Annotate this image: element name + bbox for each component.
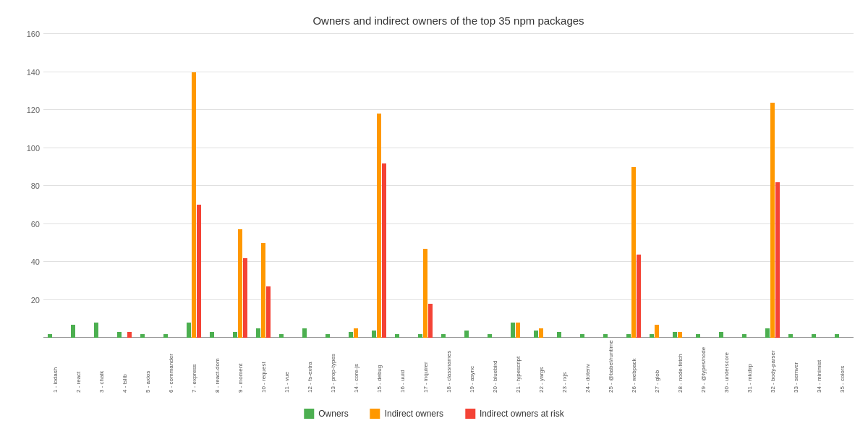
x-axis-label: 35 - colors (830, 338, 854, 396)
x-labels: 1 - lodash2 - react3 - chalk4 - tslib5 -… (43, 338, 854, 396)
bar-group (645, 325, 668, 338)
bar-group (529, 328, 553, 338)
legend: OwnersIndirect ownersIndirect owners at … (304, 409, 563, 419)
bar-indirect (539, 328, 543, 338)
bar-owners (71, 325, 75, 338)
x-axis-label: 25 - @babel/runtime (599, 338, 622, 396)
bar-group (761, 103, 784, 338)
y-axis-label: 40 (31, 257, 40, 266)
bar-indirect (516, 323, 520, 338)
bar-owners (673, 332, 677, 338)
bar-at-risk (382, 163, 386, 338)
bar-group (205, 332, 229, 338)
chart-container: Owners and indirect owners of the top 35… (0, 0, 868, 426)
bar-group (414, 249, 437, 338)
bar-group (90, 323, 113, 338)
bar-owners (94, 323, 98, 338)
bar-indirect (631, 167, 636, 338)
legend-item: Indirect owners (370, 409, 443, 419)
bar-indirect (238, 229, 242, 338)
bar-owners (117, 332, 122, 338)
y-axis-label: 100 (27, 144, 40, 153)
x-axis-label: 33 - semver (784, 338, 807, 396)
bar-group (344, 328, 367, 338)
bar-owners (557, 332, 561, 338)
x-axis-label: 21 - typescript (506, 338, 529, 396)
bar-at-risk (428, 304, 433, 338)
bar-group (622, 167, 645, 338)
x-axis-label: 2 - react (67, 338, 90, 396)
x-axis-label: 5 - axios (136, 338, 159, 396)
y-axis-label: 60 (31, 220, 40, 229)
bar-at-risk (266, 286, 271, 338)
bar-group (182, 72, 205, 338)
bar-indirect (770, 103, 775, 338)
legend-swatch (465, 409, 475, 419)
bar-group (67, 325, 90, 338)
x-axis-label: 18 - classnames (437, 338, 460, 396)
bar-owners (464, 331, 469, 338)
x-axis-label: 16 - uuid (391, 338, 414, 396)
bar-group (252, 243, 275, 338)
bars-wrapper (43, 34, 854, 338)
bar-owners (187, 323, 191, 338)
bar-group (367, 114, 391, 338)
chart-area: 20406080100120140160 1 - lodash2 - react… (43, 34, 854, 338)
x-axis-label: 27 - glob (645, 338, 668, 396)
legend-label: Indirect owners (385, 409, 443, 419)
legend-item: Owners (304, 409, 348, 419)
bar-at-risk (127, 332, 132, 338)
bar-at-risk (637, 255, 641, 338)
legend-swatch (304, 409, 314, 419)
bar-indirect (354, 328, 358, 338)
x-axis-label: 22 - yargs (529, 338, 553, 396)
bar-at-risk (243, 258, 247, 338)
x-axis-label: 17 - inquirer (414, 338, 437, 396)
y-axis-label: 160 (27, 30, 40, 38)
x-axis-label: 26 - webpack (622, 338, 645, 396)
x-axis-label: 12 - fs-extra (298, 338, 321, 396)
bar-group (113, 332, 136, 338)
bar-group (553, 332, 576, 338)
bar-indirect (261, 243, 265, 338)
y-axis-label: 120 (27, 106, 40, 114)
y-axis-label: 140 (27, 68, 40, 77)
bar-group (460, 331, 483, 338)
bar-indirect (678, 332, 682, 338)
x-axis-label: 13 - prop-types (321, 338, 344, 396)
bar-owners (349, 332, 353, 338)
y-axis-label: 20 (31, 296, 40, 304)
x-axis-label: 7 - express (182, 338, 205, 396)
bar-owners (233, 332, 237, 338)
bar-group (229, 229, 252, 338)
x-axis-label: 20 - bluebird (483, 338, 506, 396)
bar-group (506, 323, 529, 338)
bar-group (715, 332, 738, 338)
legend-item: Indirect owners at risk (465, 409, 564, 419)
x-axis-label: 9 - moment (229, 338, 252, 396)
x-axis-label: 29 - @types/node (692, 338, 715, 396)
x-axis-label: 15 - debug (367, 338, 391, 396)
bar-indirect (377, 114, 381, 338)
x-axis-label: 23 - rxjs (553, 338, 576, 396)
bar-owners (256, 328, 260, 338)
bar-at-risk (197, 205, 201, 338)
x-axis-label: 14 - core-js (344, 338, 367, 396)
bar-owners (302, 328, 307, 338)
legend-swatch (370, 409, 380, 419)
bar-indirect (655, 325, 659, 338)
bar-owners (719, 332, 723, 338)
x-axis-label: 4 - tslib (113, 338, 136, 396)
x-axis-label: 32 - body-parser (761, 338, 784, 396)
x-axis-label: 8 - react-dom (205, 338, 229, 396)
x-axis-label: 28 - node-fetch (668, 338, 692, 396)
x-axis-label: 11 - vue (275, 338, 298, 396)
bar-at-risk (775, 182, 780, 338)
x-axis-label: 3 - chalk (90, 338, 113, 396)
bar-owners (511, 323, 515, 338)
legend-label: Indirect owners at risk (480, 409, 564, 419)
x-axis-label: 1 - lodash (43, 338, 67, 396)
chart-title: Owners and indirect owners of the top 35… (43, 14, 854, 27)
x-axis-label: 24 - dotenv (576, 338, 599, 396)
bar-group (668, 332, 692, 338)
